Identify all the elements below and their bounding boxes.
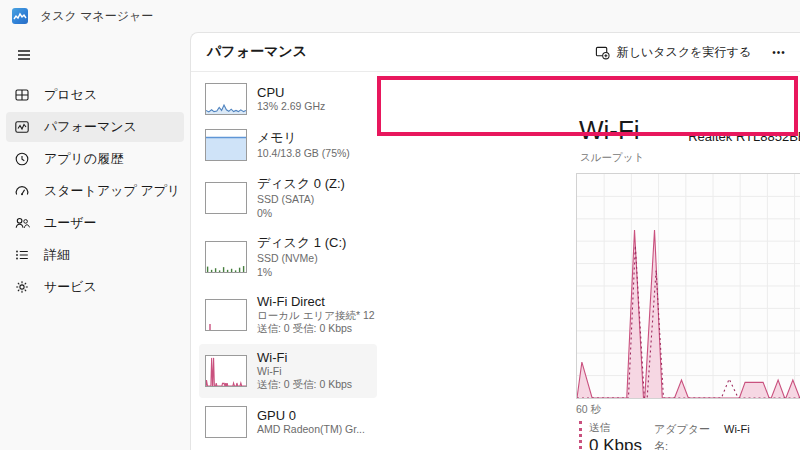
sidebar-item-label: プロセス xyxy=(44,86,97,104)
perf-item-text: ディスク 0 (Z:)SSD (SATA)0% xyxy=(257,175,345,220)
adapter-properties: アダプター名:Wi-FiSSID:High-Speed_5接続の種類:802.1… xyxy=(654,421,794,450)
performance-icon xyxy=(14,119,30,135)
throughput-chart xyxy=(576,173,800,399)
perf-list-item-disk0[interactable]: ディスク 0 (Z:)SSD (SATA)0% xyxy=(199,169,377,226)
perf-item-title: CPU xyxy=(257,85,325,100)
perf-item-title: ディスク 0 (Z:) xyxy=(257,175,345,193)
wifi-detail-pane: Wi-Fi Realtek RTL8852BE WiFi 6 802.11ax … xyxy=(571,109,800,450)
wifidirect-mini-chart xyxy=(205,299,247,331)
run-new-task-label: 新しいタスクを実行する xyxy=(617,44,751,61)
window-title: タスク マネージャー xyxy=(40,8,153,25)
users-icon xyxy=(14,215,30,231)
sidebar-item-services[interactable]: サービス xyxy=(6,272,184,302)
sidebar-item-label: ユーザー xyxy=(44,214,97,232)
perf-item-text: メモリ10.4/13.8 GB (75%) xyxy=(257,129,350,161)
perf-list-item-memory[interactable]: メモリ10.4/13.8 GB (75%) xyxy=(199,123,377,167)
perf-item-title: Wi-Fi Direct xyxy=(257,294,371,309)
perf-item-subline: 10.4/13.8 GB (75%) xyxy=(257,147,350,161)
perf-item-title: GPU 0 xyxy=(257,408,365,423)
throughput-label: スループット xyxy=(580,151,644,165)
details-icon xyxy=(14,247,30,263)
adapter-name: Realtek RTL8852BE WiFi 6 802.11ax PCIe A… xyxy=(688,129,800,144)
wifi-mini-chart xyxy=(205,355,247,387)
perf-item-subline: 送信: 0 受信: 0 Kbps xyxy=(257,378,352,392)
startup-icon xyxy=(14,183,30,199)
sidebar-item-app-history[interactable]: アプリの履歴 xyxy=(6,144,184,174)
perf-item-text: Wi-Fi Directローカル エリア接続* 12送信: 0 受信: 0 Kb… xyxy=(257,294,371,336)
cpu-mini-chart xyxy=(205,83,247,115)
perf-list-item-gpu0[interactable]: GPU 0AMD Radeon(TM) Gr... xyxy=(199,400,377,444)
main-panel: パフォーマンス 新しいタスクを実行する ••• CPU13% 2.69 GHzメ… xyxy=(190,32,800,450)
perf-item-subline: SSD (NVMe) xyxy=(257,252,346,266)
chart-legend: 送信 0 Kbps 受信 xyxy=(579,421,651,450)
sidebar-item-details[interactable]: 詳細 xyxy=(6,240,184,270)
sidebar-item-label: スタートアップ アプリ xyxy=(44,182,180,200)
sidebar-item-label: 詳細 xyxy=(44,246,70,264)
hamburger-icon[interactable] xyxy=(8,40,40,70)
perf-list-item-cpu[interactable]: CPU13% 2.69 GHz xyxy=(199,77,377,121)
wifi-stats: 送信 0 Kbps 受信 アダプター名:Wi-FiSSID:High-Speed… xyxy=(579,421,800,450)
sidebar-item-label: サービス xyxy=(44,278,97,296)
processes-icon xyxy=(14,87,30,103)
perf-item-subline: 1% xyxy=(257,266,346,280)
more-options-button[interactable]: ••• xyxy=(766,41,792,63)
panel-header: パフォーマンス 新しいタスクを実行する ••• xyxy=(191,33,800,71)
disk0-mini-chart xyxy=(205,182,247,214)
perf-item-subline: ローカル エリア接続* 12 xyxy=(257,309,371,323)
perf-item-subline: SSD (SATA) xyxy=(257,193,345,207)
perf-item-subline: 送信: 0 受信: 0 Kbps xyxy=(257,322,371,336)
page-title: パフォーマンス xyxy=(207,43,307,61)
memory-mini-chart xyxy=(205,129,247,161)
sidebar-item-startup[interactable]: スタートアップ アプリ xyxy=(6,176,184,206)
perf-item-text: ディスク 1 (C:)SSD (NVMe)1% xyxy=(257,234,346,279)
sidebar-item-processes[interactable]: プロセス xyxy=(6,80,184,110)
send-label: 送信 xyxy=(589,421,651,435)
titlebar: タスク マネージャー xyxy=(0,0,800,32)
perf-item-subline: Wi-Fi xyxy=(257,365,352,379)
perf-item-subline: AMD Radeon(TM) Gr... xyxy=(257,423,365,437)
run-new-task-button[interactable]: 新しいタスクを実行する xyxy=(586,39,760,66)
services-icon xyxy=(14,279,30,295)
sidebar-item-label: パフォーマンス xyxy=(44,118,137,136)
property-value: Wi-Fi xyxy=(724,421,750,450)
perf-list-item-wifi[interactable]: Wi-FiWi-Fi送信: 0 受信: 0 Kbps xyxy=(199,344,377,398)
perf-item-subline: 13% 2.69 GHz xyxy=(257,100,325,114)
perf-item-text: GPU 0AMD Radeon(TM) Gr... xyxy=(257,408,365,437)
perf-item-text: CPU13% 2.69 GHz xyxy=(257,85,325,114)
perf-list-item-wifidirect[interactable]: Wi-Fi Directローカル エリア接続* 12送信: 0 受信: 0 Kb… xyxy=(199,288,377,342)
property-row-0: アダプター名:Wi-Fi xyxy=(654,421,794,450)
sidebar: プロセスパフォーマンスアプリの履歴スタートアップ アプリユーザー詳細サービス xyxy=(0,32,190,450)
sidebar-item-users[interactable]: ユーザー xyxy=(6,208,184,238)
task-manager-icon xyxy=(12,8,28,24)
gpu0-mini-chart xyxy=(205,406,247,438)
send-value: 0 Kbps xyxy=(589,436,651,450)
wifi-detail-title: Wi-Fi xyxy=(579,115,640,146)
sidebar-item-performance[interactable]: パフォーマンス xyxy=(6,112,184,142)
perf-list-item-disk1[interactable]: ディスク 1 (C:)SSD (NVMe)1% xyxy=(199,228,377,285)
perf-item-text: Wi-FiWi-Fi送信: 0 受信: 0 Kbps xyxy=(257,350,352,392)
ellipsis-icon: ••• xyxy=(772,47,786,58)
sidebar-item-label: アプリの履歴 xyxy=(44,150,123,168)
legend-send: 送信 0 Kbps xyxy=(579,421,651,450)
perf-item-title: Wi-Fi xyxy=(257,350,352,365)
perf-item-title: メモリ xyxy=(257,129,350,147)
perf-item-title: ディスク 1 (C:) xyxy=(257,234,346,252)
performance-sidebar-list: CPU13% 2.69 GHzメモリ10.4/13.8 GB (75%)ディスク… xyxy=(199,77,377,450)
property-label: アダプター名: xyxy=(654,421,724,450)
axis-label-left: 60 秒 xyxy=(576,403,601,417)
history-icon xyxy=(14,151,30,167)
perf-item-subline: 0% xyxy=(257,207,345,221)
disk1-mini-chart xyxy=(205,241,247,273)
header-divider xyxy=(191,71,800,72)
new-task-icon xyxy=(595,45,610,60)
